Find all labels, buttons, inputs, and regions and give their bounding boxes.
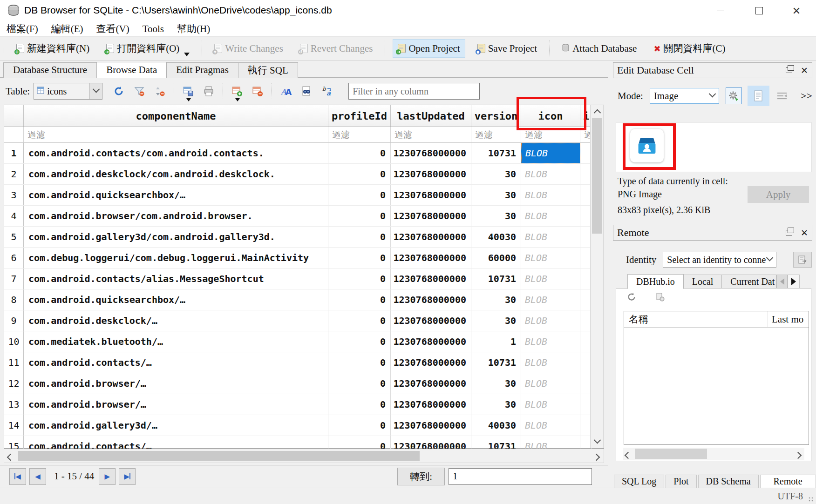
remote-clone-database-icon[interactable] (655, 292, 665, 303)
resize-grip[interactable] (809, 497, 814, 503)
cell-lastUpdated[interactable]: 1230768000000 (391, 310, 471, 331)
font-format-icon[interactable]: AA (280, 85, 292, 97)
open-database-dropdown-icon[interactable] (184, 53, 190, 56)
goto-button[interactable]: 轉到: (397, 468, 445, 485)
minimize-button[interactable] (706, 1, 735, 20)
cell-version[interactable]: 10731 (471, 143, 521, 163)
cell-lastUpdated[interactable]: 1230768000000 (391, 289, 471, 310)
column-header-componentName[interactable]: componentName (24, 105, 328, 127)
cell-icon[interactable]: BLOB (521, 331, 580, 352)
replace-icon[interactable]: ba (321, 85, 333, 97)
write-changes-button[interactable]: ▾ Write Changes (210, 40, 288, 57)
cell-lastUpdated[interactable]: 1230768000000 (391, 143, 471, 163)
tab-browse-data[interactable]: Browse Data (96, 62, 167, 78)
row-number[interactable]: 6 (4, 248, 24, 268)
cell-componentName[interactable]: com.android.gallery3d/… (24, 415, 328, 436)
horizontal-scrollbar[interactable] (4, 449, 604, 463)
cell-icon[interactable]: BLOB (521, 269, 580, 289)
row-number[interactable]: 10 (4, 331, 24, 352)
scroll-left-button[interactable] (626, 451, 631, 460)
vertical-scrollbar[interactable] (590, 105, 604, 448)
cell-version[interactable]: 30 (471, 310, 521, 331)
cell-profileId[interactable]: 0 (328, 185, 391, 205)
previous-page-button[interactable]: ◀ (29, 468, 46, 485)
row-number[interactable]: 11 (4, 352, 24, 373)
cell-version[interactable]: 30 (471, 373, 521, 394)
table-selector-arrow[interactable] (89, 83, 102, 99)
goto-input[interactable] (449, 468, 592, 485)
filter-lastUpdated[interactable]: 過濾 (391, 127, 471, 142)
cell-lastUpdated[interactable]: 1230768000000 (391, 415, 471, 436)
cell-profileId[interactable]: 0 (328, 394, 391, 415)
last-page-button[interactable]: ▶ (119, 468, 136, 485)
cell-componentName[interactable]: com.android.contacts/com.android.contact… (24, 143, 328, 163)
cell-version[interactable]: 60000 (471, 248, 521, 268)
dock-tab-remote[interactable]: Remote (760, 475, 816, 488)
tab-dbhub[interactable]: DBHub.io (627, 274, 684, 289)
cell-version[interactable]: 30 (471, 206, 521, 226)
cell-componentName[interactable]: com.mediatek.bluetooth/… (24, 331, 328, 352)
scroll-up-button[interactable] (591, 105, 604, 117)
row-number[interactable]: 1 (4, 143, 24, 163)
delete-record-icon[interactable] (252, 85, 264, 97)
menu-view[interactable]: 查看(V) (90, 21, 136, 36)
row-number[interactable]: 2 (4, 164, 24, 184)
export-table-icon[interactable] (182, 85, 194, 97)
cell-profileId[interactable]: 0 (328, 310, 391, 331)
cell-componentName[interactable]: com.android.browser/… (24, 373, 328, 394)
new-database-button[interactable]: + 新建資料庫(N) (12, 40, 94, 57)
column-header-profileId[interactable]: profileId (328, 105, 391, 127)
save-project-button[interactable]: ▪ Save Project (473, 40, 542, 57)
mode-select[interactable]: Image (650, 88, 719, 104)
cell-version[interactable]: 1 (471, 331, 521, 352)
cell-profileId[interactable]: 0 (328, 269, 391, 289)
cell-componentName[interactable]: com.android.quicksearchbox/… (24, 185, 328, 205)
tab-scroll-right-button[interactable] (788, 275, 800, 289)
remote-column-last-modified[interactable]: Last mo (768, 311, 809, 327)
cell-componentName[interactable]: com.android.contacts/alias.MessageShortc… (24, 269, 328, 289)
menu-help[interactable]: 幫助(H) (170, 21, 217, 36)
cell-lastUpdated[interactable]: 1230768000000 (391, 373, 471, 394)
vertical-scrollbar-thumb[interactable] (592, 118, 602, 234)
cell-lastUpdated[interactable]: 1230768000000 (391, 206, 471, 226)
row-number[interactable]: 7 (4, 269, 24, 289)
float-panel-icon[interactable] (786, 230, 792, 235)
float-panel-icon[interactable] (786, 67, 792, 73)
column-header-version[interactable]: version (471, 105, 521, 127)
row-number[interactable]: 14 (4, 415, 24, 436)
open-project-button[interactable]: ➜ Open Project (393, 39, 465, 58)
import-certificate-button[interactable] (793, 252, 812, 268)
scroll-left-button[interactable] (8, 453, 13, 462)
tab-edit-pragmas[interactable]: Edit Pragmas (166, 62, 238, 78)
filter-profileId[interactable]: 過濾 (328, 127, 391, 142)
cell-version[interactable]: 40030 (471, 415, 521, 436)
apply-button[interactable]: Apply (748, 186, 809, 203)
clear-sort-icon[interactable] (154, 85, 166, 97)
encoding-indicator[interactable]: UTF-8 (778, 491, 803, 502)
menu-edit[interactable]: 編輯(E) (45, 21, 90, 36)
cell-icon[interactable]: BLOB (521, 310, 580, 331)
cell-version[interactable]: 30 (471, 164, 521, 184)
cell-componentName[interactable]: com.android.quicksearchbox/… (24, 289, 328, 310)
cell-lastUpdated[interactable]: 1230768000000 (391, 248, 471, 268)
cell-profileId[interactable]: 0 (328, 373, 391, 394)
cell-lastUpdated[interactable]: 1230768000000 (391, 227, 471, 247)
identity-select[interactable]: Select an identity to conne (663, 252, 776, 268)
panel-overflow-button[interactable]: >> (801, 90, 812, 102)
cell-lastUpdated[interactable]: 1230768000000 (391, 164, 471, 184)
cell-lastUpdated[interactable]: 1230768000000 (391, 331, 471, 352)
text-mode-button[interactable] (748, 86, 769, 106)
row-number[interactable]: 4 (4, 206, 24, 226)
cell-componentName[interactable]: com.debug.loggerui/com.debug.loggerui.Ma… (24, 248, 328, 268)
cell-icon[interactable]: BLOB (521, 289, 580, 310)
cell-profileId[interactable]: 0 (328, 164, 391, 184)
cell-icon[interactable]: BLOB (521, 206, 580, 226)
open-database-button[interactable]: ➜ 打開資料庫(O) (102, 40, 194, 57)
cell-profileId[interactable]: 0 (328, 331, 391, 352)
cell-componentName[interactable]: com.android.deskclock/com.android.deskcl… (24, 164, 328, 184)
import-export-settings-button[interactable] (726, 87, 742, 104)
row-number[interactable]: 9 (4, 310, 24, 331)
refresh-icon[interactable] (113, 85, 125, 97)
cell-profileId[interactable]: 0 (328, 248, 391, 268)
cell-profileId[interactable]: 0 (328, 289, 391, 310)
